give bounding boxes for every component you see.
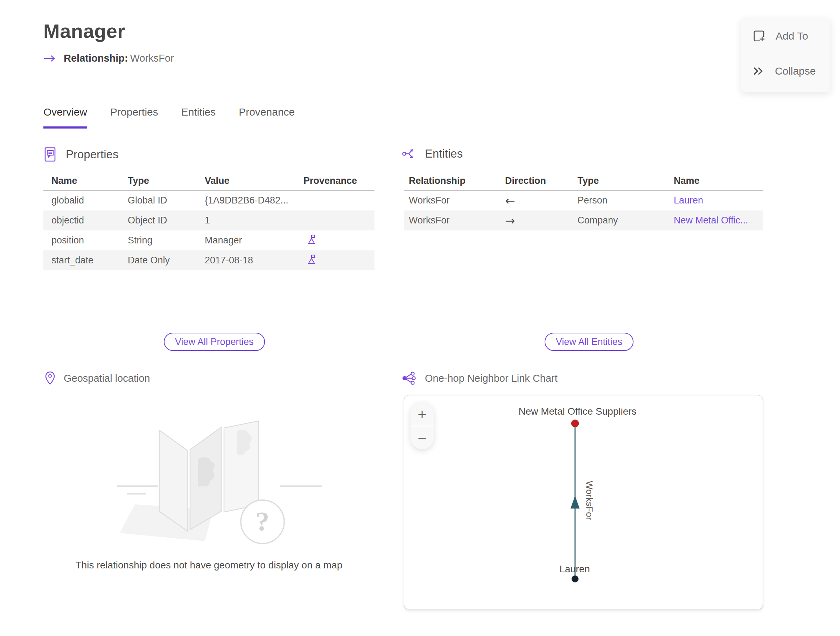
provenance-flag-icon[interactable]: [295, 254, 374, 267]
col-value: Value: [197, 176, 295, 186]
col-type: Type: [573, 176, 669, 186]
edge-arrowhead: [570, 496, 579, 508]
zoom-out-button[interactable]: −: [411, 426, 434, 450]
entities-icon: [402, 146, 417, 161]
collapse-icon: [753, 66, 765, 76]
add-to-label: Add To: [775, 30, 808, 42]
zoom-control: + −: [411, 402, 434, 449]
properties-section-header: Properties: [43, 146, 118, 163]
link-chart-canvas[interactable]: WorksFor New Metal Office Suppliers Laur…: [404, 395, 763, 609]
relationship-value: WorksFor: [130, 52, 174, 64]
properties-table: Name Type Value Provenance globalid Glob…: [43, 172, 374, 271]
col-direction: Direction: [500, 176, 573, 186]
table-row: start_date Date Only 2017-08-18: [43, 250, 374, 271]
collapse-label: Collapse: [775, 65, 816, 77]
relationship-label: Relationship:: [64, 52, 128, 64]
entity-link[interactable]: New Metal Offic...: [669, 215, 763, 226]
view-all-entities-button[interactable]: View All Entities: [545, 333, 633, 351]
col-provenance: Provenance: [295, 176, 374, 186]
page-title: Manager: [43, 20, 125, 43]
company-node[interactable]: [571, 419, 579, 427]
question-mark-glyph: ?: [256, 506, 270, 536]
add-to-button[interactable]: Add To: [753, 29, 808, 43]
map-placeholder-illustration: ?: [98, 406, 322, 558]
properties-icon: [43, 146, 57, 163]
entities-section-header: Entities: [402, 146, 463, 161]
map-pin-icon: [45, 371, 55, 385]
zoom-in-button[interactable]: +: [411, 402, 434, 426]
entities-table: Relationship Direction Type Name WorksFo…: [404, 172, 763, 231]
table-row: WorksFor ← Person Lauren: [404, 190, 763, 210]
link-chart-section-title: One-hop Neighbor Link Chart: [425, 373, 557, 384]
table-row: position String Manager: [43, 231, 374, 250]
tab-properties[interactable]: Properties: [110, 106, 158, 128]
add-to-icon: [753, 29, 766, 43]
geospatial-section-header: Geospatial location: [45, 371, 150, 385]
entities-table-header: Relationship Direction Type Name: [404, 172, 763, 190]
relationship-subtitle: Relationship:WorksFor: [43, 52, 174, 64]
tab-bar: Overview Properties Entities Provenance: [43, 106, 295, 128]
col-name: Name: [669, 176, 763, 186]
company-node-label: New Metal Office Suppliers: [518, 406, 636, 417]
table-row: globalid Global ID {1A9DB2B6-D482...: [43, 190, 374, 210]
link-chart-icon: [402, 371, 417, 385]
table-row: objectid Object ID 1: [43, 210, 374, 231]
geospatial-section-title: Geospatial location: [64, 373, 150, 384]
edge-label: WorksFor: [584, 481, 595, 521]
person-node-label: Lauren: [559, 563, 590, 574]
tab-overview[interactable]: Overview: [43, 106, 87, 128]
table-row: WorksFor → Company New Metal Offic...: [404, 210, 763, 231]
tab-entities[interactable]: Entities: [181, 106, 216, 128]
geospatial-empty-message: This relationship does not have geometry…: [43, 560, 374, 571]
person-node[interactable]: [572, 576, 579, 582]
view-all-properties-button[interactable]: View All Properties: [164, 333, 265, 351]
col-type: Type: [120, 176, 197, 186]
relationship-arrow-icon: [43, 55, 56, 62]
properties-table-header: Name Type Value Provenance: [43, 172, 374, 190]
col-relationship: Relationship: [404, 176, 500, 186]
entities-section-title: Entities: [425, 147, 463, 160]
properties-section-title: Properties: [66, 148, 118, 161]
provenance-flag-icon[interactable]: [295, 234, 374, 247]
direction-arrow: →: [500, 214, 573, 228]
link-chart-section-header: One-hop Neighbor Link Chart: [402, 371, 557, 385]
entity-link[interactable]: Lauren: [669, 195, 763, 206]
col-name: Name: [43, 176, 120, 186]
collapse-button[interactable]: Collapse: [753, 65, 816, 77]
floating-actions-panel: Add To Collapse: [741, 18, 830, 92]
direction-arrow: ←: [500, 194, 573, 208]
tab-provenance[interactable]: Provenance: [239, 106, 295, 128]
